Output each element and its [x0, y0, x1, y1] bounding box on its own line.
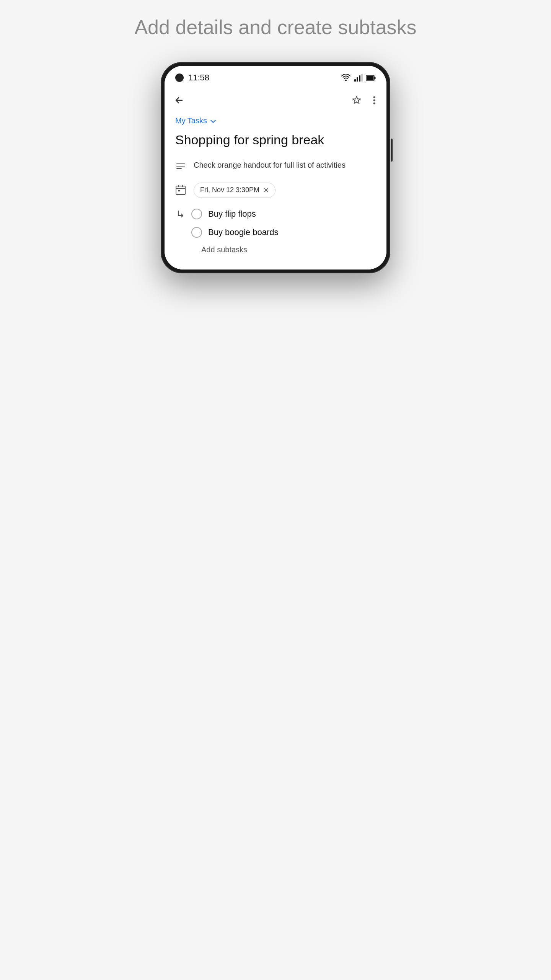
back-button[interactable]: [172, 92, 186, 107]
wifi-icon: [341, 74, 351, 82]
camera-dot: [175, 74, 184, 82]
date-chip[interactable]: Fri, Nov 12 3:30PM ✕: [194, 183, 276, 198]
star-button[interactable]: [351, 93, 362, 106]
phone-inner: 11:58: [165, 66, 386, 270]
subtask-2-checkbox[interactable]: [191, 227, 202, 238]
subtask-2-text: Buy boogie boards: [208, 227, 278, 237]
notes-row: Check orange handout for full list of ac…: [175, 159, 376, 172]
svg-rect-11: [176, 186, 185, 194]
svg-point-9: [373, 99, 375, 101]
app-toolbar: [165, 87, 386, 113]
svg-rect-3: [359, 75, 360, 82]
subtask-indent-icon: [175, 209, 185, 220]
more-button[interactable]: [370, 94, 379, 106]
date-row: Fri, Nov 12 3:30PM ✕: [175, 183, 376, 198]
toolbar-left: [172, 92, 186, 107]
signal-icon: [354, 74, 363, 82]
status-right: [341, 74, 376, 82]
status-bar: 11:58: [165, 66, 386, 87]
add-subtasks-row: Add subtasks: [175, 245, 376, 254]
status-time: 11:58: [188, 73, 209, 83]
battery-icon: [366, 74, 376, 81]
date-chip-clear[interactable]: ✕: [263, 186, 269, 194]
toolbar-right: [351, 93, 379, 106]
app-content: My Tasks Shopping for spring break: [165, 113, 386, 270]
subtask-row-1: Buy flip flops: [175, 209, 376, 220]
svg-rect-12: [178, 190, 180, 191]
page-wrapper: Add details and create subtasks 11:58: [119, 15, 432, 273]
page-headline: Add details and create subtasks: [134, 15, 416, 39]
svg-point-0: [345, 80, 347, 81]
list-label: My Tasks: [175, 116, 376, 125]
subtask-row-2: Buy boogie boards: [175, 227, 376, 238]
svg-point-8: [373, 96, 375, 98]
svg-rect-7: [367, 76, 374, 80]
subtasks-section: Buy flip flops Buy boogie boards Add sub…: [175, 209, 376, 255]
list-name[interactable]: My Tasks: [175, 116, 207, 125]
notes-text[interactable]: Check orange handout for full list of ac…: [194, 159, 346, 171]
date-chip-text: Fri, Nov 12 3:30PM: [200, 186, 259, 194]
svg-point-10: [373, 102, 375, 104]
calendar-icon: [175, 183, 186, 195]
phone-frame: 11:58: [161, 62, 390, 273]
notes-icon: [175, 160, 186, 172]
svg-rect-4: [361, 74, 363, 82]
status-left: 11:58: [175, 73, 209, 83]
subtask-1-checkbox[interactable]: [191, 209, 202, 219]
svg-rect-1: [354, 79, 356, 82]
task-title: Shopping for spring break: [175, 131, 376, 148]
subtask-1-text: Buy flip flops: [208, 209, 256, 219]
add-subtasks-button[interactable]: Add subtasks: [201, 245, 247, 254]
svg-rect-6: [375, 77, 376, 79]
svg-rect-2: [357, 77, 358, 82]
list-dropdown-icon[interactable]: [210, 118, 216, 124]
